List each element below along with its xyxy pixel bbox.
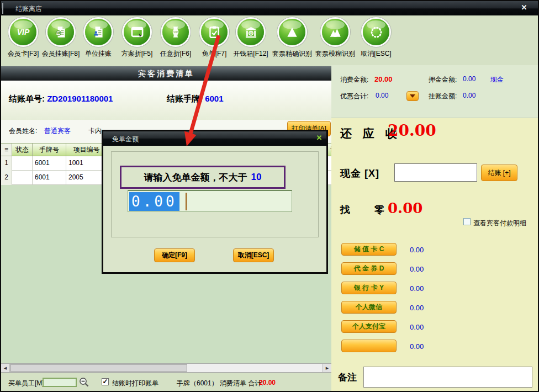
any-discount-icon: VIP — [162, 19, 189, 45]
view-payment-detail-checkbox[interactable] — [463, 218, 471, 225]
selected-amount-text: 0.00 — [129, 192, 179, 211]
pay-voucher-value: 0.00 — [410, 265, 424, 273]
ticket-fuzzy-icon — [322, 19, 348, 45]
toolbar: VIP 会员卡[F3] VIP 会员挂账[F8] 单位挂账 方案折[F5] VI… — [1, 15, 538, 65]
bottom-bar: 买单员工[M] ✓ 结账时打印账单 手牌（6001） 消费清单 合计: 20.0… — [1, 373, 331, 392]
cell-tag: 6001 — [33, 171, 66, 185]
toolbar-label: 套票模糊识别 — [315, 49, 355, 59]
member-name-value: 普通宾客 — [44, 126, 71, 136]
svg-text:VIP: VIP — [173, 30, 178, 34]
free-order-icon — [201, 19, 228, 45]
clerk-label: 买单员工[M] — [8, 379, 44, 388]
unit-credit-icon — [85, 19, 112, 45]
toolbar-button-cash-drawer[interactable]: ¥ 开钱箱[F12] — [229, 19, 273, 59]
checkout-tag-value: 6001 — [205, 94, 223, 103]
change-value: 0.00 — [388, 200, 422, 216]
toolbar-label: 会员挂账[F8] — [42, 49, 80, 59]
change-label-left: 找 — [340, 203, 351, 216]
toolbar-button-ticket-exact[interactable]: 套票精确识别 — [270, 19, 314, 59]
text-caret — [186, 193, 187, 210]
bill-info-strip: 结账单号: ZD201901180001 结账手牌: 6001 — [1, 81, 331, 120]
consume-label: 消费金额: — [340, 75, 368, 84]
cell-item: 2005 — [66, 171, 107, 185]
member-credit-icon: VIP — [47, 19, 74, 45]
toolbar-label: 会员卡[F3] — [8, 49, 39, 59]
guest-list-header: 宾客消费清单 — [1, 66, 331, 81]
dialog-close-icon[interactable]: ✕ — [314, 134, 324, 144]
scrollbar-thumb[interactable] — [10, 364, 187, 372]
dialog-title-bar: 免单金额 ✕ — [103, 131, 326, 146]
pay-bank-card-button[interactable]: 银 行 卡 Y — [341, 282, 397, 294]
scroll-right-icon[interactable]: ▶ — [323, 364, 331, 372]
dialog-prompt-text: 请输入免单金额，不大于 — [144, 171, 247, 184]
pay-voucher-button[interactable]: 代 金 券 D — [341, 262, 397, 275]
plan-discount-icon — [124, 19, 150, 45]
amount-due-value: 20.00 — [388, 121, 436, 140]
bill-number-value: ZD201901180001 — [47, 94, 113, 103]
print-bill-checkbox[interactable]: ✓ — [102, 378, 109, 385]
credit-label: 挂账金额: — [429, 92, 457, 101]
dialog-ok-button[interactable]: 确定[F9] — [154, 248, 195, 262]
deposit-type-link[interactable]: 现金 — [490, 75, 504, 84]
pay-wechat-value: 0.00 — [410, 304, 424, 312]
toolbar-label: 单位挂账 — [85, 49, 112, 59]
toolbar-button-cancel[interactable]: 取消[ESC] — [354, 19, 398, 59]
remark-input[interactable] — [363, 367, 532, 388]
checkout-tag-label: 结账手牌: — [167, 94, 203, 103]
change-label-right: 零 — [374, 203, 385, 216]
close-icon[interactable]: ✕ — [518, 3, 530, 13]
cell-status — [12, 171, 33, 185]
window-edge-highlight — [2, 3, 3, 14]
clerk-input[interactable] — [43, 378, 77, 387]
cash-drawer-icon: ¥ — [237, 19, 264, 45]
view-payment-detail-label: 查看宾客付款明细 — [473, 219, 526, 228]
toolbar-button-any-discount[interactable]: VIP 任意折[F6] — [154, 19, 198, 59]
toolbar-label: 免单[F7] — [202, 49, 227, 59]
pay-other-button[interactable] — [341, 340, 397, 352]
dialog-prompt-limit: 10 — [251, 172, 262, 183]
title-bar: 结账离店 ✕ — [1, 1, 538, 15]
checkout-tag: 结账手牌: 6001 — [167, 94, 224, 104]
cancel-icon — [363, 19, 389, 45]
chevron-down-icon — [410, 94, 415, 98]
col-tag[interactable]: 手牌号 — [33, 144, 66, 156]
vip-glyph: VIP — [17, 28, 30, 36]
dialog-title: 免单金额 — [112, 135, 139, 144]
pay-stored-card-button[interactable]: 储 值 卡 C — [341, 243, 397, 256]
cash-amount-input[interactable] — [394, 163, 477, 182]
print-bill-label: 结账时打印账单 — [112, 379, 158, 388]
col-item-no[interactable]: 项目编号 — [66, 144, 107, 156]
checkout-button[interactable]: 结账 [+] — [481, 165, 517, 181]
summary-text: 手牌（6001） 消费清单 合计: — [177, 379, 263, 388]
member-name-label: 会员姓名: — [9, 126, 37, 136]
search-magnifier-icon[interactable] — [79, 377, 89, 390]
col-status[interactable]: 状态 — [12, 144, 33, 156]
remark-label: 备注 — [338, 371, 357, 384]
credit-value: 0.00 — [463, 92, 475, 99]
dialog-cancel-button[interactable]: 取消[ESC] — [233, 248, 274, 262]
payment-panel: 消费金额: 20.00 押金金额: 0.00 现金 优惠合计: 0.00 挂账金… — [331, 65, 538, 392]
pay-bank-card-value: 0.00 — [410, 284, 424, 293]
discount-dropdown-button[interactable] — [406, 91, 419, 101]
svg-text:¥: ¥ — [250, 31, 252, 35]
toolbar-button-ticket-fuzzy[interactable]: 套票模糊识别 — [313, 19, 357, 59]
dialog-prompt-box: 请输入免单金额，不大于 10 — [120, 166, 286, 189]
row-marker-icon: ≡ — [1, 144, 12, 156]
pay-other-value: 0.00 — [410, 342, 424, 351]
vip-card-icon: VIP — [10, 19, 36, 45]
deposit-label: 押金金额: — [429, 75, 457, 84]
toolbar-button-plan-discount[interactable]: 方案折[F5] — [115, 19, 159, 59]
ticket-exact-icon — [279, 19, 305, 45]
checkout-window: 结账离店 ✕ VIP 会员卡[F3] VIP 会员挂账[F8] 单位挂账 方案折… — [0, 0, 539, 392]
cell-tag: 6001 — [33, 156, 66, 171]
card-label: 卡内 — [88, 126, 102, 136]
horizontal-scrollbar[interactable]: ◀ ▶ — [1, 363, 331, 373]
pay-alipay-button[interactable]: 个人支付宝 — [341, 320, 397, 333]
svg-text:VIP: VIP — [56, 31, 61, 35]
row-number: 1 — [1, 156, 12, 171]
toolbar-button-unit-credit[interactable]: 单位挂账 — [76, 19, 120, 59]
free-amount-input[interactable]: 0.00 — [128, 190, 292, 212]
pay-wechat-button[interactable]: 个人微信 — [341, 301, 397, 314]
scroll-left-icon[interactable]: ◀ — [1, 364, 10, 372]
free-order-dialog: 免单金额 ✕ 请输入免单金额，不大于 10 0.00 确定[F9] 取消[ESC… — [102, 130, 328, 274]
